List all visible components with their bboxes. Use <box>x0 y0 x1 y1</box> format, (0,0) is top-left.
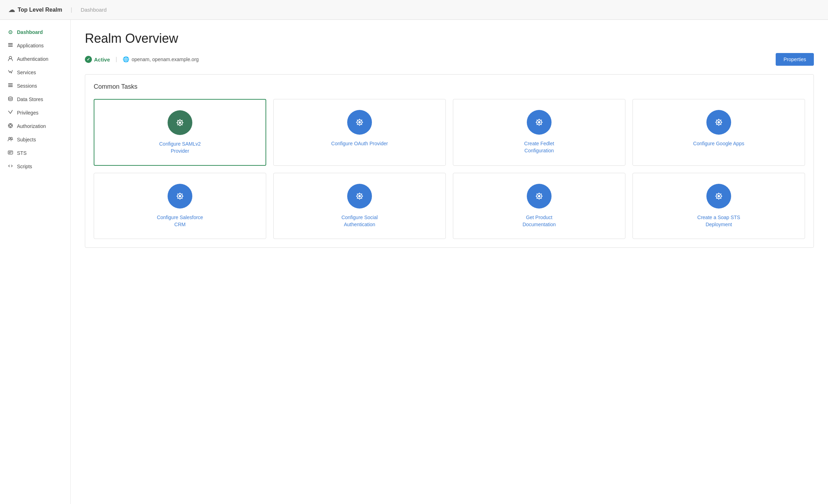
svg-rect-4 <box>8 83 13 84</box>
applications-icon <box>7 42 13 49</box>
status-left: ✓ Active | 🌐 openam, openam.example.org <box>85 56 199 63</box>
svg-rect-14 <box>9 153 11 153</box>
task-configure-saml[interactable]: Configure SAMLv2Provider <box>94 99 266 166</box>
privileges-icon <box>7 110 13 116</box>
sidebar-item-subjects[interactable]: Subjects <box>0 133 70 146</box>
task-icon-saml <box>168 110 192 135</box>
task-label-fedlet: Create FedletConfiguration <box>524 140 554 154</box>
svg-rect-1 <box>8 45 13 45</box>
topbar: ☁ Top Level Realm | Dashboard <box>0 0 828 20</box>
svg-point-10 <box>8 137 10 139</box>
sidebar-label-applications: Applications <box>17 43 44 48</box>
sidebar-item-scripts[interactable]: Scripts <box>0 160 70 173</box>
data-stores-icon <box>7 96 13 102</box>
svg-point-22 <box>718 121 720 124</box>
sidebar-label-sessions: Sessions <box>17 83 37 89</box>
tasks-card: Common Tasks Configure SAMLv2Provider Co… <box>85 74 814 248</box>
globe-icon: 🌐 <box>123 56 129 63</box>
task-configure-salesforce[interactable]: Configure SalesforceCRM <box>94 173 266 239</box>
sts-icon <box>7 150 13 156</box>
realm-selector[interactable]: ☁ Top Level Realm <box>8 6 62 14</box>
check-icon: ✓ <box>85 56 92 63</box>
status-divider: | <box>116 56 117 63</box>
task-icon-oauth <box>347 110 372 135</box>
sidebar-label-scripts: Scripts <box>17 164 32 169</box>
task-icon-salesforce <box>168 184 192 209</box>
sessions-icon <box>7 83 13 89</box>
svg-point-18 <box>358 121 361 124</box>
authorization-icon <box>7 123 13 129</box>
authentication-icon <box>7 56 13 62</box>
sidebar: ⊙ Dashboard Applications Authentication … <box>0 20 71 504</box>
sidebar-item-sts[interactable]: STS <box>0 146 70 160</box>
cloud-icon: ☁ <box>8 6 15 14</box>
task-configure-social[interactable]: Configure SocialAuthentication <box>273 173 446 239</box>
task-configure-google[interactable]: Configure Google Apps <box>632 99 805 166</box>
dashboard-icon: ⊙ <box>7 29 13 35</box>
task-icon-google <box>706 110 731 135</box>
realm-label: Top Level Realm <box>18 7 62 13</box>
svg-point-16 <box>179 122 181 124</box>
properties-button[interactable]: Properties <box>776 53 814 66</box>
status-url-text: openam, openam.example.org <box>132 57 199 62</box>
svg-rect-13 <box>9 152 12 153</box>
task-get-docs[interactable]: Get ProductDocumentation <box>453 173 625 239</box>
task-configure-oauth[interactable]: Configure OAuth Provider <box>273 99 446 166</box>
sidebar-item-dashboard[interactable]: ⊙ Dashboard <box>0 25 70 39</box>
sidebar-item-privileges[interactable]: Privileges <box>0 106 70 119</box>
svg-point-20 <box>538 121 541 124</box>
svg-rect-6 <box>8 86 13 87</box>
layout: ⊙ Dashboard Applications Authentication … <box>0 20 828 504</box>
sidebar-label-sts: STS <box>17 150 27 156</box>
page-title: Realm Overview <box>85 31 814 46</box>
status-badge: ✓ Active <box>85 56 110 63</box>
sidebar-label-dashboard: Dashboard <box>17 29 43 35</box>
status-label: Active <box>94 57 110 63</box>
svg-point-26 <box>358 195 361 198</box>
subjects-icon <box>7 136 13 143</box>
task-icon-fedlet <box>527 110 552 135</box>
sidebar-label-data-stores: Data Stores <box>17 96 43 102</box>
sidebar-item-services[interactable]: Services <box>0 66 70 79</box>
svg-rect-5 <box>8 85 13 86</box>
task-label-soap: Create a Soap STSDeployment <box>697 214 740 228</box>
task-create-soap[interactable]: Create a Soap STSDeployment <box>632 173 805 239</box>
breadcrumb: Dashboard <box>81 7 106 13</box>
scripts-icon <box>7 163 13 170</box>
svg-point-30 <box>718 195 720 198</box>
task-icon-soap <box>706 184 731 209</box>
svg-rect-12 <box>8 151 13 154</box>
sidebar-label-privileges: Privileges <box>17 110 39 116</box>
svg-point-24 <box>179 195 181 198</box>
sidebar-item-data-stores[interactable]: Data Stores <box>0 93 70 106</box>
tasks-grid: Configure SAMLv2Provider Configure OAuth… <box>94 99 805 239</box>
svg-point-8 <box>9 125 11 127</box>
task-label-google: Configure Google Apps <box>693 140 745 147</box>
task-create-fedlet[interactable]: Create FedletConfiguration <box>453 99 625 166</box>
task-label-docs: Get ProductDocumentation <box>523 214 556 228</box>
task-label-salesforce: Configure SalesforceCRM <box>157 214 203 228</box>
svg-rect-2 <box>8 46 13 47</box>
topbar-divider: | <box>71 7 72 13</box>
sidebar-item-authorization[interactable]: Authorization <box>0 119 70 133</box>
task-label-social: Configure SocialAuthentication <box>342 214 378 228</box>
tasks-title: Common Tasks <box>94 83 805 90</box>
status-bar: ✓ Active | 🌐 openam, openam.example.org … <box>85 53 814 66</box>
svg-point-7 <box>8 97 12 98</box>
main-content: Realm Overview ✓ Active | 🌐 openam, open… <box>71 20 828 504</box>
sidebar-label-services: Services <box>17 70 36 75</box>
svg-point-28 <box>538 195 541 198</box>
task-icon-docs <box>527 184 552 209</box>
task-icon-social <box>347 184 372 209</box>
sidebar-label-authentication: Authentication <box>17 56 48 62</box>
sidebar-label-authorization: Authorization <box>17 123 46 129</box>
status-url: 🌐 openam, openam.example.org <box>123 56 199 63</box>
sidebar-label-subjects: Subjects <box>17 137 36 142</box>
svg-point-11 <box>11 137 12 139</box>
sidebar-item-authentication[interactable]: Authentication <box>0 52 70 66</box>
sidebar-item-sessions[interactable]: Sessions <box>0 79 70 93</box>
sidebar-item-applications[interactable]: Applications <box>0 39 70 52</box>
services-icon <box>7 69 13 76</box>
task-label-oauth: Configure OAuth Provider <box>331 140 388 147</box>
task-label-saml: Configure SAMLv2Provider <box>159 141 201 154</box>
